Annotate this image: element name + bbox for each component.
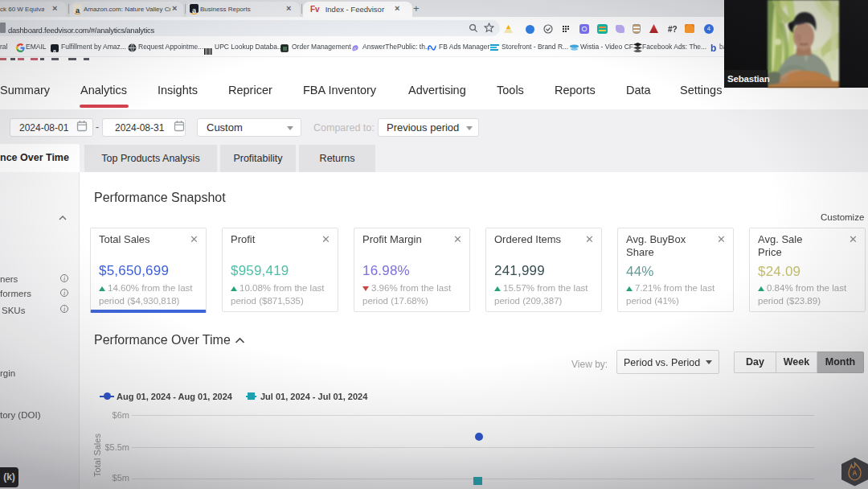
svg-text:A: A: [853, 470, 858, 477]
svg-text:a: a: [192, 6, 197, 14]
svg-text:a: a: [76, 6, 80, 14]
svg-text:a: a: [53, 47, 57, 55]
